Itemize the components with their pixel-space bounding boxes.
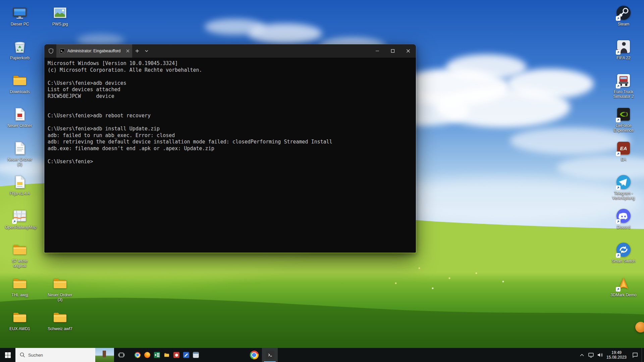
folder-icon	[12, 309, 28, 325]
folder-icon	[12, 242, 28, 258]
start-button[interactable]	[0, 348, 15, 362]
tab-dropdown-button[interactable]	[142, 44, 151, 58]
desktop-icon-label: Telegram - Verknüpfung	[609, 191, 638, 200]
quick-launch-chrome[interactable]	[133, 348, 142, 362]
desktop-icon-steam[interactable]: Steam	[608, 5, 639, 26]
close-button[interactable]	[400, 44, 416, 58]
desktop-icon-label: 3DMark Demo	[610, 293, 636, 297]
folder-icon	[12, 72, 28, 88]
action-center-button[interactable]	[628, 348, 642, 362]
minimize-button[interactable]	[370, 44, 385, 58]
cmd-icon	[60, 49, 65, 54]
desktop-icon-label: Smart Switch	[612, 259, 636, 263]
desktop-icon-fifa22[interactable]: FIFA 22	[608, 39, 639, 60]
desktop-icon-label: Steam	[618, 22, 630, 26]
show-desktop-button[interactable]	[642, 348, 644, 362]
desktop-icon-eux-awd1[interactable]: EUX AWD1	[5, 309, 35, 331]
desktop-icon-downloads[interactable]: Downloads	[5, 72, 35, 94]
terminal-line	[48, 73, 413, 80]
quick-launch-blue-app[interactable]	[182, 348, 190, 362]
floating-overlay-bubble[interactable]	[635, 322, 644, 333]
desktop-icon-label: Discord	[617, 225, 631, 230]
image-file-icon	[52, 5, 68, 21]
search-highlight-image[interactable]	[95, 348, 114, 362]
archive-file-icon	[12, 174, 28, 190]
terminal-line	[48, 106, 413, 113]
desktop-icon-label: Neuer Ordner	[7, 123, 32, 128]
terminal-line: C:\Users\fenie>adb devices	[48, 80, 413, 87]
desktop-icon-schweiz-awf7[interactable]: Schweiz awf7	[45, 309, 75, 331]
shortcut-arrow-icon	[616, 152, 621, 156]
desktop-icon-label: EUX AWD1	[9, 326, 30, 331]
desktop-icon-neuer-ordner-3[interactable]: Neuer Ordner (3)	[45, 276, 75, 302]
desktop-icon-label: Schweiz awf7	[48, 326, 72, 331]
desktop-icon-telegram[interactable]: Telegram - Verknüpfung	[608, 174, 639, 200]
shortcut-arrow-icon	[616, 16, 621, 21]
shortcut-arrow-icon	[616, 287, 621, 292]
folder-icon	[12, 276, 28, 292]
desktop-icon-papierkorb[interactable]: Papierkorb	[5, 39, 35, 60]
quick-launch-gray-app[interactable]	[192, 348, 200, 362]
firefox-icon	[144, 352, 150, 358]
quick-launch-firefox[interactable]	[143, 348, 151, 362]
desktop-icon-ea[interactable]: EA EA	[608, 140, 639, 162]
system-tray: 19:49 15.08.2023	[577, 348, 644, 362]
terminal-line: R3CW50EJPCW device	[48, 93, 413, 100]
terminal-line: Microsoft Windows [Version 10.0.19045.33…	[48, 60, 413, 67]
taskbar-clock[interactable]: 19:49 15.08.2023	[605, 348, 628, 362]
desktop-icon-dieser-pc[interactable]: Dieser PC	[5, 5, 35, 26]
desktop-icon-smart-switch[interactable]: Smart Switch	[608, 242, 639, 263]
fifa22-icon	[615, 39, 632, 55]
desktop-icon-ets2[interactable]: Euro Truck Simulator 2	[608, 72, 639, 99]
volume-tray-button[interactable]	[595, 348, 605, 362]
quick-launch-red-app[interactable]	[172, 348, 180, 362]
desktop-icon-label: PWS.jpg	[52, 22, 68, 26]
new-tab-button[interactable]	[132, 44, 142, 58]
chevron-up-icon	[580, 354, 584, 356]
quick-launch-excel[interactable]	[153, 348, 161, 362]
desktop-icon-label: Dieser PC	[11, 22, 29, 26]
folder-icon	[52, 276, 68, 292]
hidden-icons-button[interactable]	[577, 348, 587, 362]
terminal-tab[interactable]: Administrator: Eingabeaufford	[56, 44, 132, 58]
desktop-icon-openrailwaymap[interactable]: OpenRailwayMap	[5, 208, 35, 230]
maximize-button[interactable]	[385, 44, 400, 58]
terminal-line: (c) Microsoft Corporation. Alle Rechte v…	[48, 67, 413, 74]
desktop-icon-neuer-ordner[interactable]: Neuer Ordner	[5, 106, 35, 128]
taskbar-search[interactable]: Suchen	[15, 348, 114, 362]
shortcut-arrow-icon	[616, 253, 621, 258]
terminal-line	[48, 152, 413, 159]
desktop-icon-label: Frija-v1.4.4	[10, 191, 30, 196]
terminal-content[interactable]: Microsoft Windows [Version 10.0.19045.33…	[44, 58, 416, 253]
desktop-icon-label: S7 letzte original	[5, 259, 35, 268]
desktop-icon-geforce[interactable]: GeForce Experience	[608, 106, 639, 133]
desktop-icon-pws-jpg[interactable]: PWS.jpg	[45, 5, 75, 26]
task-view-icon	[118, 352, 125, 358]
taskbar-chrome-button[interactable]	[246, 348, 262, 362]
quick-launch-explorer[interactable]	[163, 348, 171, 362]
task-view-button[interactable]	[114, 348, 129, 362]
folder-icon	[164, 352, 170, 358]
telegram-icon	[615, 174, 632, 190]
terminal-titlebar[interactable]: Administrator: Eingabeaufford	[44, 44, 416, 58]
terminal-line: C:\Users\fenie>adb reboot recovery	[48, 113, 413, 119]
chrome-icon	[250, 351, 259, 359]
tab-close-button[interactable]	[126, 49, 129, 53]
taskbar-terminal-button[interactable]	[262, 348, 278, 362]
red-app-icon	[173, 352, 179, 358]
gray-window-icon	[193, 352, 199, 358]
desktop-icon-discord[interactable]: Discord	[608, 208, 639, 230]
network-tray-button[interactable]	[587, 348, 595, 362]
desktop-icon-neuer-ordner-2[interactable]: Neuer Ordner (2)	[5, 140, 35, 167]
threedmark-icon	[615, 276, 632, 292]
steam-icon	[615, 5, 632, 21]
desktop-icon-s7-letzte-original[interactable]: S7 letzte original	[5, 242, 35, 268]
truck-simulator-icon	[615, 72, 632, 88]
desktop-icon-thl-awgj[interactable]: THL awgj	[5, 276, 35, 297]
desktop-icon-3dmark[interactable]: 3DMark Demo	[608, 276, 639, 297]
windows-logo-icon	[5, 352, 11, 358]
desktop-icon-frija[interactable]: Frija-v1.4.4	[5, 174, 35, 196]
volume-icon	[597, 353, 603, 357]
svg-text:EA: EA	[620, 145, 627, 151]
terminal-line: List of devices attached	[48, 86, 413, 93]
